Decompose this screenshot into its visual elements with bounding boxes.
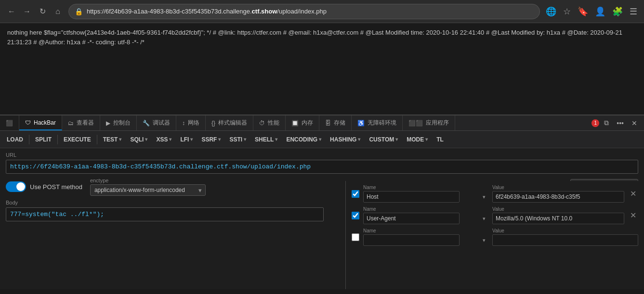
header-empty-checkbox[interactable] <box>352 233 359 241</box>
load-label: LOAD <box>7 136 23 143</box>
post-toggle-label: Use POST method <box>30 183 82 191</box>
mode-arrow: ▾ <box>425 137 428 142</box>
execute-button[interactable]: EXECUTE <box>60 134 95 145</box>
header-host-dropdown-icon: ▾ <box>483 194 486 200</box>
xss-label: XSS <box>156 136 168 143</box>
bookmark-icon[interactable]: ☆ <box>561 4 573 19</box>
globe-icon[interactable]: 🌐 <box>544 4 558 19</box>
url-label: URL <box>6 152 638 158</box>
nav-buttons: ← → ↻ ⌂ <box>5 5 65 18</box>
post-toggle[interactable] <box>6 181 26 192</box>
execute-label: EXECUTE <box>64 136 91 143</box>
address-bar[interactable]: 🔒 https://6f24b639-a1aa-4983-8b3d-c35f54… <box>68 4 540 19</box>
tab-network-label: 网络 <box>188 119 199 127</box>
page-text: nothing here $flag="ctfshow{2a413e4d-1ae… <box>7 29 622 46</box>
url-input[interactable] <box>6 160 638 174</box>
header-host-checkbox[interactable] <box>352 190 359 198</box>
header-host-name-label: Name <box>363 185 488 190</box>
headers-panel: Name ▾ Value ✕ Name <box>345 181 644 289</box>
tab-performance[interactable]: ⏱ 性能 <box>253 115 286 130</box>
hashing-label: HASHING <box>330 136 356 143</box>
menu-icon[interactable]: ☰ <box>628 4 639 19</box>
custom-arrow: ▾ <box>395 137 398 142</box>
tab-inspector[interactable]: 🗂 查看器 <box>62 115 100 130</box>
header-empty-name-label: Name <box>363 228 488 233</box>
body-input[interactable] <box>6 207 324 221</box>
devtools-panel: ⬛ 🛡 HackBar 🗂 查看器 ▶ 控制台 🔧 调试器 ↕ 网络 {} 样式… <box>0 115 644 289</box>
tab-storage[interactable]: 🗄 存储 <box>319 115 352 130</box>
url-text-normal: https://6f24b639-a1aa-4983-8b3d-c35f5435… <box>87 8 252 15</box>
shell-arrow: ▾ <box>275 137 277 142</box>
test-label: TEST <box>103 136 118 143</box>
close-devtools-button[interactable]: ✕ <box>629 117 640 129</box>
shell-button[interactable]: SHELL ▾ <box>251 134 281 145</box>
page-content: nothing here $flag="ctfshow{2a413e4d-1ae… <box>0 23 644 115</box>
refresh-button[interactable]: ↻ <box>36 5 49 18</box>
sqli-button[interactable]: SQLI ▾ <box>126 134 151 145</box>
header-host-name-input[interactable] <box>363 191 460 203</box>
dock-button[interactable]: ⧉ <box>601 117 612 129</box>
tab-hackbar-label: HackBar <box>34 119 56 126</box>
more-tools-button[interactable]: ••• <box>614 117 627 129</box>
tab-application[interactable]: ⬛⬛ 应用程序 <box>403 115 455 130</box>
tab-memory-label: 内存 <box>302 119 313 127</box>
url-path: /upload/index.php <box>277 8 327 15</box>
storage-icon: 🗄 <box>325 120 331 127</box>
tab-style-label: 样式编辑器 <box>218 119 247 127</box>
encoding-arrow: ▾ <box>319 137 321 142</box>
tab-hackbar-logo[interactable]: ⬛ <box>0 115 19 130</box>
header-empty-name-wrapper: ▾ <box>363 234 488 246</box>
header-ua-name-input[interactable] <box>363 213 460 224</box>
divider-3 <box>97 135 97 144</box>
xss-button[interactable]: XSS ▾ <box>152 134 175 145</box>
mode-label: MODE <box>407 136 424 143</box>
mode-button[interactable]: MODE ▾ <box>403 134 432 145</box>
memory-icon: 🔲 <box>291 120 299 127</box>
home-button[interactable]: ⌂ <box>51 5 65 18</box>
ssrf-button[interactable]: SSRF ▾ <box>197 134 224 145</box>
url-display: https://6f24b639-a1aa-4983-8b3d-c35f5435… <box>87 8 534 15</box>
header-empty-value-input[interactable] <box>492 234 638 246</box>
load-button[interactable]: LOAD <box>3 134 27 145</box>
console-icon: ▶ <box>106 120 110 127</box>
tab-console[interactable]: ▶ 控制台 <box>100 115 137 130</box>
accessibility-icon: ♿ <box>357 120 365 127</box>
split-button[interactable]: SPLIT <box>31 134 55 145</box>
tab-debugger[interactable]: 🔧 调试器 <box>137 115 176 130</box>
tab-hackbar[interactable]: 🛡 HackBar <box>19 115 62 130</box>
style-icon: {} <box>211 120 215 127</box>
header-host-name-group: Name ▾ <box>363 185 488 203</box>
header-host-delete-button[interactable]: ✕ <box>628 188 638 199</box>
header-empty-name-input[interactable] <box>363 234 460 246</box>
header-ua-checkbox[interactable] <box>352 212 359 219</box>
back-button[interactable]: ← <box>5 5 18 18</box>
tab-style-editor[interactable]: {} 样式编辑器 <box>206 115 253 130</box>
ssti-button[interactable]: SSTI ▾ <box>225 134 250 145</box>
lfi-button[interactable]: LFI ▾ <box>176 134 197 145</box>
test-button[interactable]: TEST ▾ <box>99 134 126 145</box>
extensions-icon[interactable]: 🧩 <box>610 4 625 19</box>
hashing-button[interactable]: HASHING ▾ <box>326 134 364 145</box>
header-empty-dropdown-icon: ▾ <box>483 237 486 243</box>
bookmark-save-icon[interactable]: 🔖 <box>576 4 590 19</box>
header-ua-name-group: Name ▾ <box>363 206 488 224</box>
enctype-select[interactable]: application/x-www-form-urlencoded multip… <box>90 184 206 196</box>
tl-button[interactable]: TL <box>433 134 447 145</box>
forward-button[interactable]: → <box>20 5 34 18</box>
header-host-value-group: Value <box>492 185 624 203</box>
encoding-button[interactable]: ENCODING ▾ <box>282 134 325 145</box>
url-section: URL <box>6 152 638 174</box>
ssrf-label: SSRF <box>201 136 217 143</box>
header-ua-value-input[interactable] <box>492 213 624 224</box>
custom-button[interactable]: CUSTOM ▾ <box>365 134 402 145</box>
account-icon[interactable]: 👤 <box>593 4 607 19</box>
divider-2 <box>57 135 58 144</box>
tab-network[interactable]: ↕ 网络 <box>176 115 206 130</box>
tab-accessibility[interactable]: ♿ 无障碍环境 <box>352 115 403 130</box>
tab-inspector-label: 查看器 <box>77 119 94 127</box>
debugger-icon: 🔧 <box>143 120 150 127</box>
header-host-name-wrapper: ▾ <box>363 191 488 203</box>
header-host-value-input[interactable] <box>492 191 624 203</box>
header-ua-delete-button[interactable]: ✕ <box>628 210 638 221</box>
tab-memory[interactable]: 🔲 内存 <box>286 115 319 130</box>
